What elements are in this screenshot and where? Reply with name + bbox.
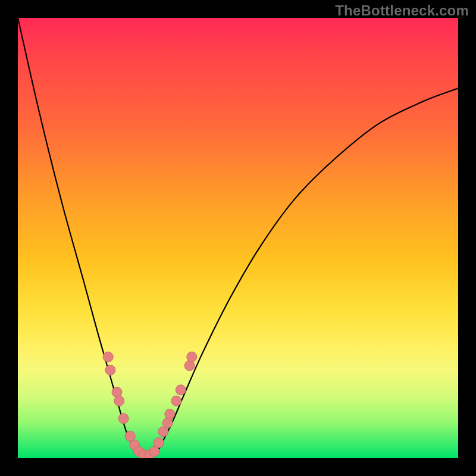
watermark-text: TheBottleneck.com <box>335 2 469 19</box>
chart-frame: TheBottleneck.com <box>0 0 476 476</box>
data-marker <box>149 446 159 456</box>
data-marker <box>103 352 113 362</box>
data-marker <box>154 438 164 448</box>
curve-right <box>154 88 458 456</box>
data-marker <box>176 385 186 395</box>
data-marker <box>171 396 181 406</box>
data-marker <box>158 427 168 437</box>
data-marker <box>165 409 175 419</box>
data-marker <box>162 418 173 428</box>
curve-left <box>18 18 141 456</box>
data-marker <box>184 361 195 371</box>
data-marker <box>187 352 197 362</box>
data-marker <box>130 440 140 450</box>
data-marker <box>112 387 122 397</box>
chart-svg <box>18 18 458 458</box>
data-marker <box>138 450 148 458</box>
markers <box>103 352 197 458</box>
data-marker <box>145 450 155 458</box>
plot-area <box>18 18 458 458</box>
data-marker <box>118 414 129 424</box>
data-marker <box>105 365 115 375</box>
data-marker <box>134 446 144 456</box>
data-marker <box>125 431 135 441</box>
data-marker <box>114 396 124 406</box>
